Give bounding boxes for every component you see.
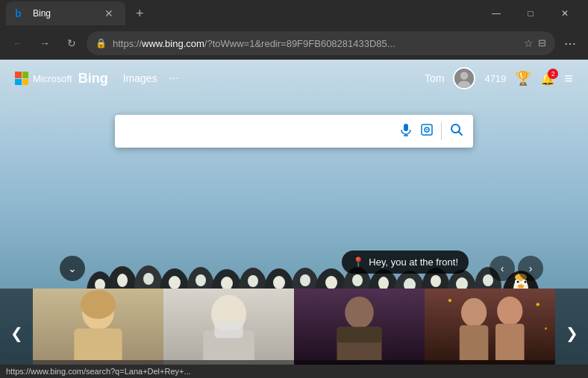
avatar-image — [454, 67, 474, 89]
url-bar[interactable]: 🔒 https://www.bing.com/?toWww=1&redir=89… — [87, 31, 555, 55]
microsoft-text: Microsoft — [33, 73, 72, 84]
search-icons — [399, 122, 464, 141]
chevron-down-icon: ⌄ — [68, 262, 77, 274]
new-tab-button[interactable]: + — [131, 4, 148, 23]
prev-arrow-icon: ❮ — [10, 324, 23, 342]
notification-bell[interactable]: 🔔 2 — [540, 72, 555, 86]
news-card-4-image — [425, 289, 555, 360]
location-text: Hey, you at the front! — [369, 256, 458, 268]
notification-count: 2 — [548, 69, 558, 79]
svg-rect-84 — [460, 325, 489, 360]
svg-point-8 — [426, 129, 428, 130]
tab-favicon: b — [15, 7, 27, 19]
left-arrow-icon: ‹ — [501, 262, 504, 274]
lock-icon: 🔒 — [96, 38, 107, 48]
logo-sq-blue — [15, 79, 22, 86]
url-icons: ☆ ⊟ — [524, 37, 546, 49]
addressbar: ← → ↻ 🔒 https://www.bing.com/?toWww=1&re… — [0, 27, 588, 60]
svg-rect-77 — [214, 322, 243, 338]
search-box[interactable] — [115, 115, 473, 148]
url-domain: www.bing.com — [142, 38, 204, 49]
logo-sq-green — [22, 72, 29, 78]
svg-point-40 — [325, 276, 337, 289]
svg-point-83 — [461, 298, 487, 327]
search-container — [0, 115, 588, 148]
more-tools-button[interactable]: ⋯ — [558, 31, 582, 55]
forward-icon: → — [40, 37, 50, 49]
carousel-prev-button[interactable]: ‹ — [490, 256, 515, 281]
points-badge: 4719 — [484, 73, 506, 84]
svg-point-52 — [431, 275, 441, 287]
forward-button[interactable]: → — [33, 31, 57, 55]
svg-point-37 — [300, 274, 310, 286]
active-tab[interactable]: b Bing ✕ — [6, 1, 125, 25]
right-arrow-icon: › — [529, 262, 533, 274]
bing-header-right: Tom 4719 🏆 🔔 2 ≡ — [425, 67, 573, 89]
svg-point-79 — [345, 297, 374, 329]
microphone-icon[interactable] — [399, 123, 413, 140]
bing-text: Bing — [78, 71, 108, 86]
svg-point-31 — [248, 275, 258, 287]
tab-title: Bing — [33, 8, 96, 19]
svg-rect-3 — [404, 124, 408, 131]
close-window-button[interactable]: ✕ — [548, 0, 582, 27]
location-pin-icon: 📍 — [352, 256, 364, 268]
url-text: https://www.bing.com/?toWww=1&redir=89F9… — [113, 38, 518, 49]
trophy-icon: 🏆 — [515, 70, 531, 86]
nav-more-dots[interactable]: ··· — [169, 72, 179, 85]
user-name: Tom — [425, 72, 444, 84]
logo-sq-red — [15, 72, 22, 78]
location-tooltip: 📍 Hey, you at the front! — [342, 251, 469, 274]
svg-point-87 — [448, 299, 451, 302]
favorite-icon[interactable]: ☆ — [524, 37, 534, 49]
svg-point-89 — [545, 327, 547, 330]
microsoft-logo-icon — [15, 72, 28, 85]
hamburger-menu[interactable]: ≡ — [564, 70, 573, 87]
svg-rect-82 — [425, 289, 555, 360]
news-card-1-image — [33, 289, 163, 360]
refresh-icon: ↻ — [67, 37, 76, 49]
user-avatar[interactable] — [453, 67, 475, 89]
svg-point-73 — [81, 290, 116, 319]
browser-window: b Bing ✕ + — □ ✕ ← → ↻ 🔒 https://www.bin… — [0, 0, 588, 378]
scroll-down-button[interactable]: ⌄ — [60, 256, 85, 281]
nav-images[interactable]: Images — [123, 72, 157, 84]
bing-nav: Images ··· — [123, 72, 179, 85]
logo-sq-yellow — [22, 79, 29, 86]
tab-close-button[interactable]: ✕ — [101, 6, 116, 21]
maximize-button[interactable]: □ — [513, 0, 548, 27]
svg-point-1 — [460, 72, 468, 79]
search-button[interactable] — [449, 122, 464, 141]
svg-point-25 — [196, 274, 206, 286]
statusbar: https://www.bing.com/search?q=Lana+Del+R… — [0, 365, 588, 378]
news-card-3-image — [294, 289, 425, 360]
svg-point-22 — [169, 276, 181, 289]
titlebar: b Bing ✕ + — □ ✕ — [0, 0, 588, 27]
nav-arrows: ‹ › — [490, 256, 543, 281]
svg-line-10 — [459, 131, 463, 135]
url-path: /?toWww=1&redir=89F9FB608281433D85... — [204, 38, 395, 49]
carousel-next-button[interactable]: › — [518, 256, 543, 281]
tab-area: b Bing ✕ + — [6, 1, 479, 25]
svg-point-19 — [143, 273, 154, 285]
svg-point-16 — [117, 274, 128, 287]
svg-point-85 — [497, 297, 522, 326]
news-card-2-image — [163, 289, 294, 360]
svg-rect-81 — [337, 327, 382, 342]
bing-header: Microsoft Bing Images ··· Tom — [0, 60, 588, 97]
minimize-button[interactable]: — — [479, 0, 513, 27]
more-icon: ⋯ — [564, 37, 576, 51]
search-divider — [441, 122, 442, 140]
back-icon: ← — [13, 37, 23, 49]
visual-search-icon[interactable] — [420, 123, 434, 140]
svg-point-88 — [537, 303, 539, 306]
bing-page: Microsoft Bing Images ··· Tom — [0, 60, 588, 378]
refresh-button[interactable]: ↻ — [60, 31, 84, 55]
collections-icon[interactable]: ⊟ — [538, 37, 546, 49]
browser-content: Microsoft Bing Images ··· Tom — [0, 60, 588, 378]
scroll-indicator[interactable]: ⌄ — [60, 256, 85, 281]
svg-rect-72 — [74, 329, 122, 361]
next-arrow-icon: ❯ — [566, 324, 578, 342]
window-controls: — □ ✕ — [479, 0, 582, 27]
back-button[interactable]: ← — [6, 31, 30, 55]
